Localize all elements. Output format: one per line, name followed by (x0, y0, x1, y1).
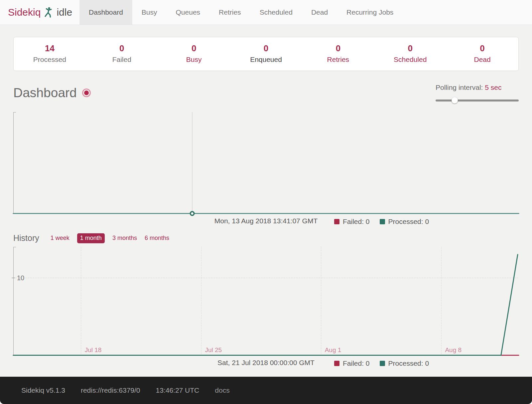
slider-track[interactable] (436, 100, 519, 101)
stat-processed: 14 Processed (14, 43, 86, 64)
nav-tabs: Dashboard Busy Queues Retries Scheduled … (79, 0, 403, 25)
brand-link[interactable]: Sidekiq idle (0, 0, 79, 25)
processed-swatch-icon (380, 219, 385, 224)
stat-failed-value: 0 (86, 43, 158, 54)
stat-enqueued-value: 0 (230, 43, 302, 54)
failed-swatch-icon (334, 219, 339, 224)
failed-swatch-icon (334, 361, 339, 366)
stats-summary-bar: 14 Processed 0 Failed 0 Busy 0 Enqueued … (13, 37, 519, 71)
brand-name: Sidekiq (8, 7, 41, 18)
stat-failed-label: Failed (86, 56, 158, 64)
history-range-selector: 1 week 1 month 3 months 6 months (51, 233, 169, 243)
range-3-months[interactable]: 3 months (112, 235, 137, 242)
footer-redis-url: redis://redis:6379/0 (81, 386, 140, 394)
history-header-row: History 1 week 1 month 3 months 6 months (13, 232, 519, 244)
realtime-legend: Failed: 0 Processed: 0 (334, 218, 429, 226)
svg-text:10: 10 (17, 274, 24, 282)
range-1-week[interactable]: 1 week (51, 235, 69, 242)
history-chart: Jul 18Jul 25Aug 1Aug 810 (13, 247, 519, 356)
stat-processed-label: Processed (14, 56, 86, 64)
stat-retries-value: 0 (302, 43, 374, 54)
legend-processed: Processed: 0 (380, 359, 429, 367)
realtime-crosshair-date: Mon, 13 Aug 2018 13:41:07 GMT (0, 217, 532, 225)
history-title: History (13, 233, 39, 243)
processed-swatch-icon (380, 361, 385, 366)
polling-interval-slider[interactable] (436, 97, 519, 103)
history-crosshair-date: Sat, 21 Jul 2018 00:00:00 GMT (0, 359, 532, 367)
legend-failed: Failed: 0 (334, 359, 370, 367)
tab-queues[interactable]: Queues (167, 0, 210, 25)
polling-interval-control: Polling interval: 5 sec (436, 84, 519, 103)
tab-dashboard[interactable]: Dashboard (79, 0, 132, 25)
stat-busy-link[interactable]: Busy (158, 56, 230, 64)
svg-text:Jul 25: Jul 25 (205, 346, 222, 353)
stat-busy-value: 0 (158, 43, 230, 54)
realtime-caption: Mon, 13 Aug 2018 13:41:07 GMT Failed: 0 … (0, 217, 532, 227)
dashboard-header-row: Dashboard Polling interval: 5 sec (13, 86, 519, 103)
legend-processed: Processed: 0 (380, 218, 429, 226)
stat-scheduled: 0 Scheduled (374, 43, 446, 64)
stat-failed: 0 Failed (86, 43, 158, 64)
footer: Sidekiq v5.1.3 redis://redis:6379/0 13:4… (0, 377, 532, 404)
legend-processed-label: Processed: 0 (388, 218, 429, 226)
tab-recurring-jobs[interactable]: Recurring Jobs (337, 0, 403, 25)
realtime-chart-svg (13, 112, 519, 214)
polling-interval-value[interactable]: 5 sec (485, 84, 501, 91)
footer-version: Sidekiq v5.1.3 (21, 386, 65, 394)
svg-text:Aug 8: Aug 8 (445, 346, 462, 353)
footer-docs-link[interactable]: docs (215, 386, 229, 394)
stat-dead: 0 Dead (446, 43, 518, 64)
navbar: Sidekiq idle Dashboard Busy Queues Retri… (0, 0, 532, 25)
footer-utc-time: 13:46:27 UTC (156, 386, 200, 394)
stat-enqueued-label: Enqueued (230, 56, 302, 64)
stat-busy: 0 Busy (158, 43, 230, 64)
stat-retries: 0 Retries (302, 43, 374, 64)
legend-failed-label: Failed: 0 (343, 359, 370, 367)
stat-retries-link[interactable]: Retries (302, 56, 374, 64)
realtime-chart (13, 112, 519, 214)
range-6-months[interactable]: 6 months (145, 235, 169, 242)
tab-busy[interactable]: Busy (132, 0, 167, 25)
page-title: Dashboard (13, 86, 77, 100)
legend-failed: Failed: 0 (334, 218, 370, 226)
process-status-label: idle (57, 7, 72, 18)
tab-retries[interactable]: Retries (209, 0, 250, 25)
stat-scheduled-value: 0 (374, 43, 446, 54)
stat-dead-value: 0 (446, 43, 518, 54)
stat-enqueued: 0 Enqueued (230, 43, 302, 64)
tab-scheduled[interactable]: Scheduled (250, 0, 302, 25)
legend-processed-label: Processed: 0 (388, 359, 429, 367)
svg-text:Jul 18: Jul 18 (85, 346, 102, 353)
history-chart-svg: Jul 18Jul 25Aug 1Aug 810 (13, 247, 519, 356)
legend-failed-label: Failed: 0 (343, 218, 370, 226)
range-1-month[interactable]: 1 month (77, 233, 105, 243)
slider-thumb[interactable] (452, 97, 458, 103)
live-beacon-icon (82, 89, 91, 97)
stat-dead-link[interactable]: Dead (446, 56, 518, 64)
tab-dead[interactable]: Dead (302, 0, 337, 25)
svg-text:Aug 1: Aug 1 (325, 346, 341, 353)
sidekiq-runner-icon (44, 7, 54, 18)
stat-processed-value: 14 (14, 43, 86, 54)
history-caption: Sat, 21 Jul 2018 00:00:00 GMT Failed: 0 … (0, 359, 532, 369)
polling-interval-label: Polling interval: (436, 84, 483, 91)
stat-scheduled-link[interactable]: Scheduled (374, 56, 446, 64)
sidekiq-dashboard-page: Sidekiq idle Dashboard Busy Queues Retri… (0, 0, 532, 404)
history-legend: Failed: 0 Processed: 0 (334, 359, 429, 367)
